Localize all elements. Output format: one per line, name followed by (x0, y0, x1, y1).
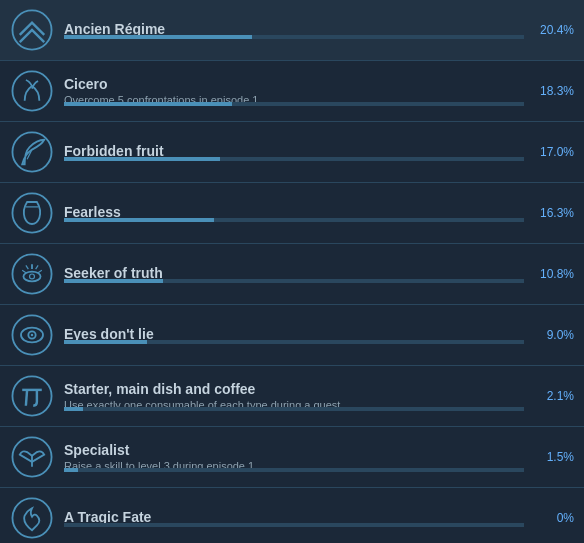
achievement-percent-tragic-fate: 0% (524, 511, 574, 525)
achievement-info-seeker-of-truth: Seeker of truth (64, 265, 524, 283)
achievement-percent-ancien-regime: 20.4% (524, 23, 574, 37)
achievement-row-cicero[interactable]: CiceroOvercome 5 confrontations in episo… (0, 61, 584, 122)
svg-point-1 (12, 71, 51, 110)
svg-line-13 (38, 270, 42, 272)
achievement-info-cicero: CiceroOvercome 5 confrontations in episo… (64, 76, 524, 106)
achievement-info-fearless: Fearless (64, 204, 524, 222)
achievement-percent-cicero: 18.3% (524, 84, 574, 98)
progress-bar-fill-fearless (64, 218, 214, 222)
achievement-icon-forbidden-fruit (10, 130, 54, 174)
achievement-name-cicero: Cicero (64, 76, 524, 92)
achievement-icon-cicero (10, 69, 54, 113)
progress-bar-bg-starter-main-dish (64, 407, 524, 411)
progress-bar-fill-ancien-regime (64, 35, 252, 39)
achievement-info-tragic-fate: A Tragic Fate (64, 509, 524, 527)
achievement-info-forbidden-fruit: Forbidden fruit (64, 143, 524, 161)
achievement-info-starter-main-dish: Starter, main dish and coffeeUse exactly… (64, 381, 524, 411)
achievement-icon-eyes-dont-lie (10, 313, 54, 357)
achievement-percent-eyes-dont-lie: 9.0% (524, 328, 574, 342)
achievement-row-fearless[interactable]: Fearless16.3% (0, 183, 584, 244)
achievement-percent-starter-main-dish: 2.1% (524, 389, 574, 403)
achievement-percent-fearless: 16.3% (524, 206, 574, 220)
svg-line-12 (22, 270, 26, 272)
achievement-row-starter-main-dish[interactable]: Starter, main dish and coffeeUse exactly… (0, 366, 584, 427)
achievement-icon-fearless (10, 191, 54, 235)
svg-point-17 (31, 334, 33, 336)
svg-point-7 (23, 272, 40, 282)
achievement-row-seeker-of-truth[interactable]: Seeker of truth10.8% (0, 244, 584, 305)
achievement-list[interactable]: Ancien Régime20.4% CiceroOvercome 5 conf… (0, 0, 584, 543)
progress-bar-fill-cicero (64, 102, 232, 106)
achievement-row-ancien-regime[interactable]: Ancien Régime20.4% (0, 0, 584, 61)
achievement-info-ancien-regime: Ancien Régime (64, 21, 524, 39)
achievement-info-specialist: SpecialistRaise a skill to level 3 durin… (64, 442, 524, 472)
achievement-row-specialist[interactable]: SpecialistRaise a skill to level 3 durin… (0, 427, 584, 488)
progress-bar-bg-seeker-of-truth (64, 279, 524, 283)
achievement-row-forbidden-fruit[interactable]: Forbidden fruit17.0% (0, 122, 584, 183)
achievement-name-starter-main-dish: Starter, main dish and coffee (64, 381, 524, 397)
progress-bar-fill-eyes-dont-lie (64, 340, 147, 344)
achievement-percent-specialist: 1.5% (524, 450, 574, 464)
achievement-info-eyes-dont-lie: Eyes don't lie (64, 326, 524, 344)
progress-bar-bg-cicero (64, 102, 524, 106)
progress-bar-bg-eyes-dont-lie (64, 340, 524, 344)
achievement-percent-seeker-of-truth: 10.8% (524, 267, 574, 281)
progress-bar-fill-seeker-of-truth (64, 279, 163, 283)
progress-bar-fill-forbidden-fruit (64, 157, 220, 161)
svg-line-20 (26, 390, 27, 406)
achievement-icon-starter-main-dish (10, 374, 54, 418)
svg-line-10 (26, 265, 28, 269)
achievement-name-specialist: Specialist (64, 442, 524, 458)
achievement-row-tragic-fate[interactable]: A Tragic Fate0% (0, 488, 584, 543)
achievement-icon-tragic-fate (10, 496, 54, 540)
svg-point-4 (12, 193, 51, 232)
progress-bar-fill-starter-main-dish (64, 407, 83, 411)
svg-point-8 (30, 274, 35, 279)
svg-point-18 (12, 376, 51, 415)
progress-bar-bg-specialist (64, 468, 524, 472)
progress-bar-bg-ancien-regime (64, 35, 524, 39)
achievement-percent-forbidden-fruit: 17.0% (524, 145, 574, 159)
achievement-row-eyes-dont-lie[interactable]: Eyes don't lie9.0% (0, 305, 584, 366)
svg-point-2 (12, 132, 51, 171)
progress-bar-bg-fearless (64, 218, 524, 222)
progress-bar-bg-forbidden-fruit (64, 157, 524, 161)
progress-bar-bg-tragic-fate (64, 523, 524, 527)
achievement-icon-seeker-of-truth (10, 252, 54, 296)
svg-line-11 (36, 265, 38, 269)
achievement-icon-specialist (10, 435, 54, 479)
progress-bar-fill-specialist (64, 468, 78, 472)
achievement-icon-ancien-regime (10, 8, 54, 52)
